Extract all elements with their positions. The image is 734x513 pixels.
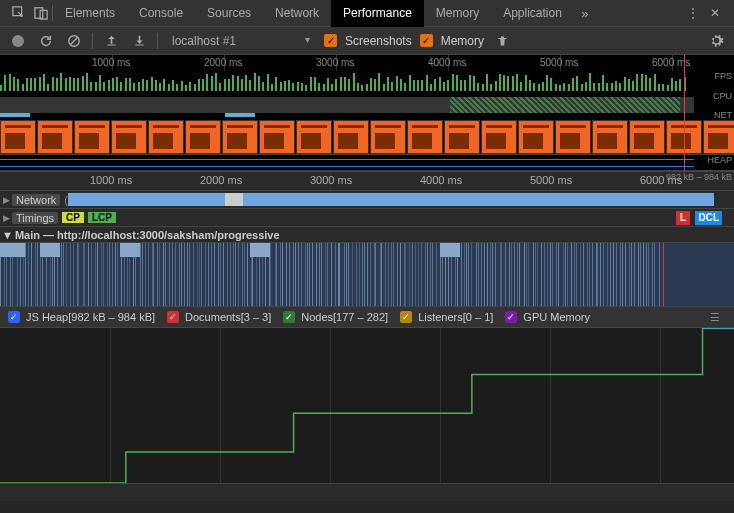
network-track-label: Network [12, 194, 60, 206]
expand-icon[interactable]: ▶ [0, 213, 12, 223]
tick: 1000 ms [92, 57, 130, 68]
screenshot-frame[interactable] [407, 120, 443, 154]
close-icon[interactable]: ✕ [704, 2, 726, 24]
tab-console[interactable]: Console [127, 0, 195, 27]
separator [157, 33, 158, 49]
cp-chip[interactable]: CP [62, 212, 84, 223]
tab-elements[interactable]: Elements [53, 0, 127, 27]
screenshot-frame[interactable] [74, 120, 110, 154]
screenshot-frame[interactable] [148, 120, 184, 154]
listeners-toggle[interactable]: ✓ Listeners[0 – 1] [400, 311, 493, 323]
tick: 4000 ms [428, 57, 466, 68]
tick: 1000 ms [90, 174, 132, 186]
screenshot-frame[interactable] [111, 120, 147, 154]
timings-track-label: Timings [12, 212, 58, 224]
gpu-toggle[interactable]: ✓ GPU Memory [505, 311, 590, 323]
screenshot-frame[interactable] [185, 120, 221, 154]
target-select[interactable]: localhost #1 [166, 32, 316, 50]
footer-ruler [0, 483, 734, 501]
cpu-lane: CPU [0, 91, 734, 113]
screenshot-frame[interactable] [296, 120, 332, 154]
heap-range: 982 kB – 984 kB [666, 172, 732, 182]
screenshot-frame[interactable] [592, 120, 628, 154]
svg-rect-1 [35, 8, 43, 19]
screenshot-frame[interactable] [0, 120, 36, 154]
screenshots-label: Screenshots [345, 34, 412, 48]
screenshots-checkbox[interactable]: ✓ [324, 34, 337, 47]
download-icon[interactable] [129, 31, 149, 51]
screenshot-frame[interactable] [518, 120, 554, 154]
device-toggle-icon[interactable] [30, 2, 52, 24]
more-tabs-icon[interactable]: » [574, 2, 596, 24]
jsheap-toggle[interactable]: ✓ JS Heap[982 kB – 984 kB] [8, 311, 155, 323]
screenshot-frame[interactable] [629, 120, 665, 154]
timings-track[interactable]: ▶ Timings CP LCP L DCL [0, 208, 734, 226]
hamburger-icon[interactable]: ☰ [710, 311, 726, 324]
tab-performance[interactable]: Performance [331, 0, 424, 27]
memory-stats-bar: ✓ JS Heap[982 kB – 984 kB] ✓ Documents[3… [0, 306, 734, 328]
inspect-icon[interactable] [8, 2, 30, 24]
screenshot-frame[interactable] [259, 120, 295, 154]
screenshot-frame[interactable] [481, 120, 517, 154]
tab-memory[interactable]: Memory [424, 0, 491, 27]
tick: 5000 ms [540, 57, 578, 68]
screenshot-frame[interactable] [37, 120, 73, 154]
dcl-badge[interactable]: DCL [695, 211, 722, 225]
cpu-label: CPU [713, 91, 732, 101]
screenshot-frame[interactable] [703, 120, 734, 154]
screenshot-frame[interactable] [333, 120, 369, 154]
perf-toolbar: localhost #1 ✓ Screenshots ✓ Memory [0, 27, 734, 55]
tick: 3000 ms [316, 57, 354, 68]
clear-button[interactable] [64, 31, 84, 51]
tab-sources[interactable]: Sources [195, 0, 263, 27]
main-track-header[interactable]: ▼ Main — http://localhost:3000/saksham/p… [0, 226, 734, 242]
screenshot-frame[interactable] [555, 120, 591, 154]
memory-label: Memory [441, 34, 484, 48]
nodes-toggle[interactable]: ✓ Nodes[177 – 282] [283, 311, 388, 323]
fps-label: FPS [714, 71, 732, 81]
fps-lane: FPS [0, 71, 734, 91]
screenshot-frame[interactable] [444, 120, 480, 154]
tab-application[interactable]: Application [491, 0, 574, 27]
heap-overview: HEAP 982 kB – 984 kB [0, 155, 734, 171]
timeline-ruler[interactable]: 1000 ms2000 ms3000 ms4000 ms5000 ms6000 … [0, 172, 734, 190]
overview-pane[interactable]: 1000 ms2000 ms3000 ms4000 ms5000 ms6000 … [0, 55, 734, 172]
load-badge[interactable]: L [676, 211, 690, 225]
separator [92, 33, 93, 49]
main-flame-chart[interactable] [0, 242, 734, 306]
net-label: NET [714, 110, 732, 120]
screenshot-frame[interactable] [222, 120, 258, 154]
collapse-icon[interactable]: ▼ [2, 229, 13, 241]
tab-network[interactable]: Network [263, 0, 331, 27]
tick: 2000 ms [204, 57, 242, 68]
memory-checkbox[interactable]: ✓ [420, 34, 433, 47]
devtools-tabbar: ElementsConsoleSourcesNetworkPerformance… [0, 0, 734, 27]
tick: 2000 ms [200, 174, 242, 186]
tick: 3000 ms [310, 174, 352, 186]
heap-chart[interactable] [0, 328, 734, 483]
record-button[interactable] [8, 31, 28, 51]
overview-ruler: 1000 ms2000 ms3000 ms4000 ms5000 ms6000 … [0, 55, 734, 71]
tick: 5000 ms [530, 174, 572, 186]
network-track[interactable]: ▶ Network (localhost) [0, 190, 734, 208]
main-track-label: Main — http://localhost:3000/saksham/pro… [15, 229, 280, 241]
lcp-chip[interactable]: LCP [88, 212, 116, 223]
expand-icon[interactable]: ▶ [0, 195, 12, 205]
reload-record-button[interactable] [36, 31, 56, 51]
gc-icon[interactable] [492, 31, 512, 51]
upload-icon[interactable] [101, 31, 121, 51]
settings-gear-icon[interactable] [706, 31, 726, 51]
screenshot-frame[interactable] [370, 120, 406, 154]
net-lane: NET [0, 113, 734, 119]
kebab-icon[interactable]: ⋮ [682, 2, 704, 24]
heap-label: HEAP [707, 155, 732, 165]
tick: 4000 ms [420, 174, 462, 186]
documents-toggle[interactable]: ✓ Documents[3 – 3] [167, 311, 271, 323]
screenshot-filmstrip[interactable] [0, 119, 734, 155]
